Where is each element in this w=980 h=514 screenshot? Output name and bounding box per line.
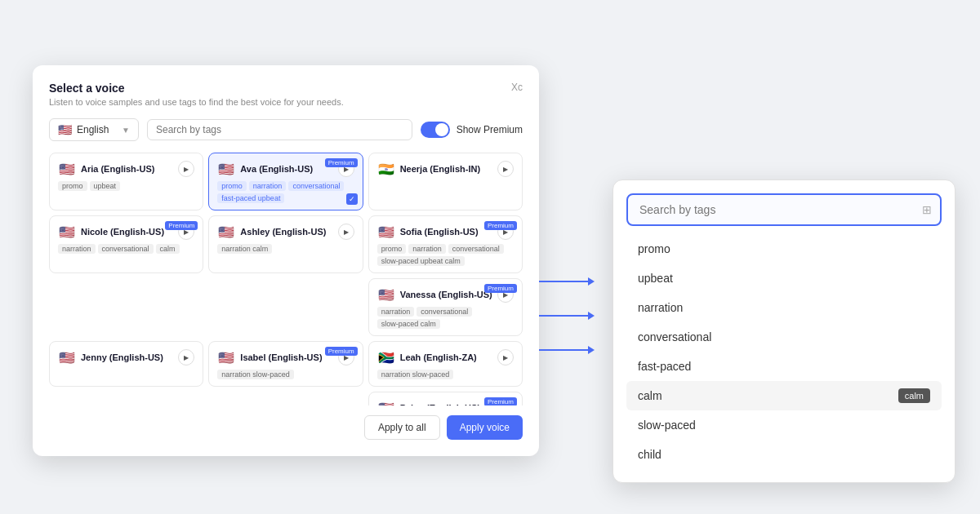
- tag-item-conversational[interactable]: conversational: [626, 322, 942, 352]
- voice-tags-sofia: promo narration conversational slow-pace…: [377, 244, 514, 266]
- arrows-container: [539, 277, 595, 354]
- controls-row: 🇺🇸 English ▼ Show Premium: [49, 118, 523, 141]
- play-button-neerja[interactable]: ▶: [497, 161, 514, 177]
- premium-badge-ava: Premium: [325, 158, 358, 167]
- voice-card-sofia[interactable]: Premium 🇺🇸 Sofia (English-US) ▶ promo na…: [368, 215, 523, 273]
- voice-card-ava[interactable]: Premium 🇺🇸 Ava (English-US) ▶ promo narr…: [208, 153, 363, 210]
- premium-badge-isabel: Premium: [325, 347, 358, 356]
- voice-card-aria[interactable]: 🇺🇸 Aria (English-US) ▶ promo upbeat: [49, 153, 203, 210]
- tag-item-slow-paced[interactable]: slow-paced: [626, 410, 942, 440]
- voice-name-vanessa: Vanessa (English-US): [400, 290, 492, 299]
- arrow-3: [539, 346, 595, 354]
- tag: narration slow-paced: [377, 370, 454, 379]
- tag: narration: [377, 307, 415, 317]
- voice-flag-ashley: 🇺🇸: [217, 223, 235, 241]
- language-label: English: [77, 124, 109, 135]
- voice-flag-leah: 🇿🇦: [377, 348, 395, 366]
- tag: narration: [408, 244, 446, 254]
- voice-tags-isabel: narration slow-paced: [217, 370, 354, 379]
- voice-flag-aria: 🇺🇸: [58, 160, 76, 178]
- voice-card-leah[interactable]: 🇿🇦 Leah (English-ZA) ▶ narration slow-pa…: [368, 341, 523, 387]
- arrow-2: [539, 312, 595, 320]
- tag: narration: [249, 181, 287, 191]
- apply-all-button[interactable]: Apply to all: [364, 415, 440, 440]
- tag-item-child[interactable]: child: [626, 440, 942, 469]
- dialog-footer: Apply to all Apply voice: [49, 415, 523, 440]
- voice-card-paige[interactable]: Premium 🇺🇸 Paige (English-US) ▶ narratio…: [368, 392, 523, 405]
- tag-item-narration[interactable]: narration: [626, 293, 942, 322]
- voice-card-nicole[interactable]: Premium 🇺🇸 Nicole (English-US) ▶ narrati…: [49, 215, 203, 273]
- select-voice-dialog: Select a voice Listen to voice samples a…: [33, 65, 539, 456]
- voice-flag-sofia: 🇺🇸: [377, 223, 395, 241]
- tag: conversational: [288, 181, 344, 191]
- voice-flag-vanessa: 🇺🇸: [377, 286, 395, 304]
- play-button-leah[interactable]: ▶: [497, 349, 514, 366]
- tag-list: promo upbeat narration conversational fa…: [626, 234, 942, 469]
- voice-name-jenny: Jenny (English-US): [81, 352, 173, 362]
- language-flag: 🇺🇸: [58, 123, 72, 136]
- tags-search-input[interactable]: [626, 193, 942, 226]
- tag: conversational: [416, 307, 472, 317]
- voice-tags-ashley: narration calm: [217, 244, 354, 254]
- arrow-head: [588, 312, 595, 320]
- voice-name-sofia: Sofia (English-US): [400, 227, 492, 237]
- arrow-line: [539, 349, 588, 351]
- tag: fast-paced upbeat: [217, 193, 284, 203]
- voice-tags-vanessa: narration conversational slow-paced calm: [377, 307, 514, 329]
- close-button[interactable]: Xc: [511, 82, 523, 93]
- tag: promo: [217, 181, 247, 191]
- arrow-1: [539, 277, 595, 286]
- voice-flag-ava: 🇺🇸: [217, 160, 235, 178]
- tag-item-upbeat[interactable]: upbeat: [626, 264, 942, 293]
- tag: conversational: [98, 244, 154, 254]
- calm-tooltip: calm: [898, 388, 930, 403]
- tag: conversational: [448, 244, 504, 254]
- voice-card-ashley[interactable]: 🇺🇸 Ashley (English-US) ▶ narration calm: [208, 215, 363, 273]
- tag: upbeat: [90, 181, 121, 191]
- voice-card-vanessa[interactable]: Premium 🇺🇸 Vanessa (English-US) ▶ narrat…: [368, 278, 523, 336]
- arrow-head: [588, 346, 595, 354]
- arrow-line: [539, 281, 588, 282]
- voice-card-isabel[interactable]: Premium 🇺🇸 Isabel (English-US) ▶ narrati…: [208, 341, 363, 387]
- voice-card-neerja[interactable]: 🇮🇳 Neerja (English-IN) ▶: [368, 153, 523, 210]
- tag: promo: [377, 244, 407, 254]
- premium-badge-sofia: Premium: [484, 221, 517, 230]
- premium-badge-paige: Premium: [484, 397, 517, 405]
- tag-item-promo[interactable]: promo: [626, 234, 942, 264]
- voice-name-paige: Paige (English-US): [400, 403, 492, 405]
- voice-card-jenny[interactable]: 🇺🇸 Jenny (English-US) ▶: [49, 341, 203, 387]
- voice-name-ashley: Ashley (English-US): [240, 227, 332, 237]
- search-icon: ⊞: [922, 203, 932, 216]
- play-button-jenny[interactable]: ▶: [178, 349, 194, 366]
- show-premium-toggle[interactable]: [421, 122, 450, 138]
- apply-voice-button[interactable]: Apply voice: [447, 415, 523, 440]
- tag-item-calm[interactable]: calm calm: [626, 381, 942, 410]
- dialog-header: Select a voice Listen to voice samples a…: [49, 82, 523, 107]
- premium-badge-vanessa: Premium: [484, 284, 517, 293]
- search-tags-input[interactable]: [147, 119, 412, 140]
- tags-search-wrapper: ⊞: [626, 193, 942, 226]
- play-button-ashley[interactable]: ▶: [338, 224, 354, 240]
- voice-name-ava: Ava (English-US): [240, 164, 332, 174]
- premium-badge-nicole: Premium: [165, 221, 198, 230]
- tag: calm: [156, 244, 180, 254]
- show-premium-label: Show Premium: [457, 124, 523, 135]
- tag: narration slow-paced: [217, 370, 294, 379]
- tags-dropdown: ⊞ promo upbeat narration conversational …: [612, 179, 956, 483]
- tag: narration: [58, 244, 96, 254]
- dialog-title: Select a voice: [49, 82, 344, 95]
- selected-checkmark: ✓: [346, 193, 358, 205]
- play-button-aria[interactable]: ▶: [178, 161, 194, 177]
- voice-tags-aria: promo upbeat: [58, 181, 194, 191]
- tag: slow-paced upbeat calm: [377, 256, 465, 266]
- language-select[interactable]: 🇺🇸 English ▼: [49, 118, 139, 141]
- voice-flag-nicole: 🇺🇸: [58, 223, 76, 241]
- voice-name-leah: Leah (English-ZA): [400, 352, 492, 362]
- toggle-row: Show Premium: [421, 122, 523, 138]
- tag: promo: [58, 181, 87, 191]
- tag-item-fast-paced[interactable]: fast-paced: [626, 352, 942, 381]
- voice-flag-isabel: 🇺🇸: [217, 348, 235, 366]
- voice-name-aria: Aria (English-US): [81, 164, 173, 174]
- dialog-subtitle: Listen to voice samples and use tags to …: [49, 97, 344, 107]
- tag: slow-paced calm: [377, 319, 440, 329]
